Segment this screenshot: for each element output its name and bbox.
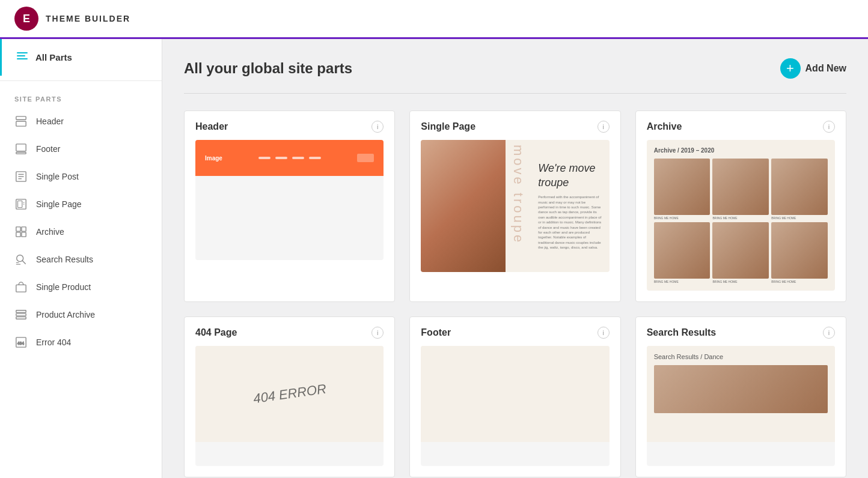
- add-new-button[interactable]: + Add New: [780, 58, 846, 79]
- single-page-card-title: Single Page: [421, 121, 475, 132]
- footer-card-header: Footer i: [410, 317, 620, 346]
- archive-label-3: BRING ME HOME: [771, 216, 828, 220]
- nav-item-1: [258, 157, 270, 159]
- header-card-title: Header: [195, 121, 228, 132]
- topbar-logo: E THEME BUILDER: [14, 7, 130, 31]
- sidebar-item-product-archive[interactable]: Product Archive: [0, 301, 162, 328]
- search-results-card-header: Search Results i: [636, 317, 846, 346]
- header-card-preview: Image: [195, 140, 384, 260]
- single-page-card-preview: move troupe We're move troupe Performed …: [421, 140, 609, 272]
- app-layout: All Parts SITE PARTS Header Footer Singl…: [0, 39, 868, 478]
- sidebar-item-search-results[interactable]: Search Results: [0, 246, 162, 273]
- header-preview-bar: Image: [195, 140, 384, 176]
- footer-card-title: Footer: [421, 327, 451, 338]
- sidebar-divider: [0, 80, 162, 81]
- single-page-card-info-icon[interactable]: i: [598, 121, 610, 133]
- sidebar-item-footer[interactable]: Footer: [0, 135, 162, 163]
- footer-card[interactable]: Footer i: [409, 316, 620, 477]
- sidebar-item-archive-label: Archive: [36, 227, 64, 237]
- error-404-text: 404 ERROR: [252, 381, 327, 407]
- single-page-icon: [14, 198, 28, 211]
- archive-label-5: BRING ME HOME: [712, 280, 769, 283]
- archive-icon: [14, 225, 28, 238]
- archive-grid-item: BRING ME HOME: [712, 159, 769, 220]
- single-page-card[interactable]: Single Page i move troupe We're move tro…: [409, 110, 620, 302]
- footer-card-info-icon[interactable]: i: [598, 327, 610, 339]
- archive-img-4: [654, 222, 711, 279]
- sidebar-item-single-post[interactable]: Single Post: [0, 163, 162, 190]
- nav-item-4: [309, 157, 321, 159]
- sidebar-item-single-page[interactable]: Single Page: [0, 190, 162, 218]
- search-results-preview-title: Search Results / Dance: [654, 353, 828, 360]
- error-404-preview: 404 ERROR: [195, 346, 384, 442]
- topbar: E THEME BUILDER: [0, 0, 868, 39]
- header-preview-nav: [258, 157, 321, 159]
- archive-preview: Archive / 2019 – 2020 BRING ME HOME BRIN…: [647, 140, 835, 291]
- search-results-card-preview: Search Results / Dance: [647, 346, 835, 466]
- sidebar-item-header-label: Header: [36, 116, 64, 126]
- archive-card-title: Archive: [647, 121, 682, 132]
- svg-rect-26: [16, 317, 26, 319]
- search-results-card-info-icon[interactable]: i: [823, 327, 835, 339]
- sidebar-item-archive[interactable]: Archive: [0, 218, 162, 246]
- search-results-card[interactable]: Search Results i Search Results / Dance: [635, 316, 846, 477]
- svg-rect-17: [16, 232, 20, 237]
- archive-card-preview: Archive / 2019 – 2020 BRING ME HOME BRIN…: [647, 140, 835, 291]
- main-content: All your global site parts + Add New Hea…: [162, 39, 868, 478]
- archive-img-2: [712, 159, 769, 215]
- archive-label-6: BRING ME HOME: [771, 280, 828, 283]
- 404-card-preview: 404 ERROR: [195, 346, 384, 466]
- single-post-icon: [14, 170, 28, 183]
- archive-preview-title: Archive / 2019 – 2020: [654, 147, 828, 154]
- svg-rect-5: [16, 144, 26, 151]
- all-parts-icon: [16, 50, 28, 65]
- search-results-img: [654, 365, 828, 413]
- content-divider: [184, 93, 846, 94]
- header-card-info-icon[interactable]: i: [371, 121, 384, 133]
- sidebar-item-error-404-label: Error 404: [36, 337, 71, 347]
- archive-label-2: BRING ME HOME: [712, 216, 769, 220]
- sidebar-all-parts[interactable]: All Parts: [0, 39, 162, 76]
- header-card[interactable]: Header i Image: [184, 110, 395, 302]
- svg-rect-18: [22, 232, 26, 237]
- header-preview-logo: Image: [205, 155, 222, 162]
- page-title: All your global site parts: [184, 60, 352, 77]
- single-page-side-text: move troupe: [506, 140, 531, 272]
- nav-item-2: [275, 157, 287, 159]
- add-new-label: Add New: [805, 63, 846, 74]
- app-title: THEME BUILDER: [46, 14, 130, 23]
- cards-grid: Header i Image: [184, 110, 846, 477]
- 404-card-info-icon[interactable]: i: [371, 327, 384, 339]
- search-results-card-title: Search Results: [647, 327, 717, 338]
- archive-grid-item: BRING ME HOME: [712, 222, 769, 283]
- 404-card-title: 404 Page: [195, 327, 237, 338]
- search-results-preview: Search Results / Dance: [647, 346, 835, 442]
- archive-grid-item: BRING ME HOME: [771, 159, 828, 220]
- product-archive-icon: [14, 308, 28, 321]
- archive-card[interactable]: Archive i Archive / 2019 – 2020 BRING ME…: [635, 110, 846, 302]
- archive-img-1: [654, 159, 711, 215]
- archive-img-6: [771, 222, 828, 279]
- footer-card-preview: [421, 346, 609, 466]
- single-page-card-header: Single Page i: [410, 111, 620, 140]
- error-404-icon: 404: [14, 336, 28, 349]
- sidebar-item-single-post-label: Single Post: [36, 172, 79, 181]
- sidebar-item-error-404[interactable]: 404 Error 404: [0, 328, 162, 356]
- header-card-header: Header i: [185, 111, 394, 140]
- sidebar-item-single-product-label: Single Product: [36, 282, 91, 292]
- 404-page-card[interactable]: 404 Page i 404 ERROR: [184, 316, 395, 477]
- svg-rect-4: [16, 121, 26, 126]
- archive-card-info-icon[interactable]: i: [823, 121, 835, 133]
- sidebar-item-single-product[interactable]: Single Product: [0, 273, 162, 301]
- 404-card-header: 404 Page i: [185, 317, 394, 346]
- sidebar-item-header[interactable]: Header: [0, 107, 162, 135]
- archive-grid-item: BRING ME HOME: [771, 222, 828, 283]
- svg-line-20: [22, 261, 25, 264]
- single-page-body: Performed with the accompaniment of musi…: [538, 195, 602, 250]
- archive-label-1: BRING ME HOME: [654, 216, 711, 220]
- svg-rect-6: [16, 152, 26, 154]
- svg-text:404: 404: [17, 341, 25, 345]
- sidebar-item-single-page-label: Single Page: [36, 199, 82, 209]
- footer-icon: [14, 142, 28, 156]
- logo-icon: E: [14, 7, 38, 31]
